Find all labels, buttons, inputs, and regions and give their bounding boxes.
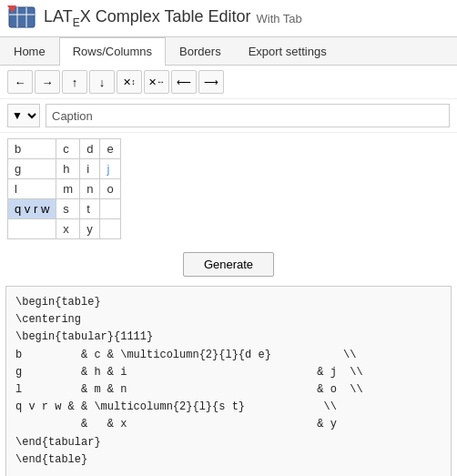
tab-home[interactable]: Home — [0, 37, 59, 65]
cell-0-0[interactable]: b — [8, 139, 56, 159]
cell-1-3[interactable]: j — [100, 159, 120, 179]
move-left-button[interactable]: ← — [7, 70, 33, 94]
cell-1-1[interactable]: h — [56, 159, 80, 179]
move-right-button[interactable]: → — [35, 70, 60, 94]
table-row: q v r w s t — [8, 199, 121, 219]
table-row: b c d e — [8, 139, 121, 159]
cell-0-3[interactable]: e — [100, 139, 120, 159]
cell-3-3[interactable] — [100, 199, 120, 219]
nav-tabs: Home Rows/Columns Borders Export setting… — [0, 37, 457, 66]
delete-col-button[interactable]: ✕↔ — [144, 70, 169, 94]
app-title-extra: With Tab — [256, 12, 301, 25]
move-up-button[interactable]: ↑ — [62, 70, 87, 94]
cell-0-2[interactable]: d — [80, 139, 100, 159]
merge-left-button[interactable]: ⟵ — [171, 70, 197, 94]
cell-2-0[interactable]: l — [8, 179, 56, 199]
move-down-button[interactable]: ↓ — [89, 70, 115, 94]
cell-3-2[interactable]: t — [80, 199, 100, 219]
output-area: \begin{table} \centering \begin{tabular}… — [5, 286, 452, 476]
app-logo-icon — [7, 5, 36, 31]
tab-borders[interactable]: Borders — [166, 37, 235, 65]
cell-3-0[interactable]: q v r w — [8, 199, 56, 219]
delete-row-button[interactable]: ✕↕ — [117, 70, 142, 94]
editor-table: b c d e g h i j l m n o q v r w s t — [7, 138, 121, 239]
cell-1-0[interactable]: g — [8, 159, 56, 179]
cell-4-0[interactable] — [8, 219, 56, 239]
tab-export-settings[interactable]: Export settings — [235, 37, 340, 65]
cell-0-1[interactable]: c — [56, 139, 80, 159]
toolbar: ← → ↑ ↓ ✕↕ ✕↔ ⟵ ⟶ — [0, 66, 457, 99]
caption-select[interactable]: ▼ — [7, 104, 40, 127]
output-text: \begin{table} \centering \begin{tabular}… — [15, 296, 363, 466]
cell-2-2[interactable]: n — [80, 179, 100, 199]
table-row: x y — [8, 219, 121, 239]
table-area: b c d e g h i j l m n o q v r w s t — [0, 133, 457, 245]
table-row: l m n o — [8, 179, 121, 199]
caption-row: ▼ — [0, 99, 457, 133]
generate-button[interactable]: Generate — [183, 252, 274, 277]
cell-3-1[interactable]: s — [56, 199, 80, 219]
generate-row: Generate — [0, 245, 457, 286]
app-header: LATEX Complex Table Editor With Tab — [0, 0, 457, 37]
cell-2-1[interactable]: m — [56, 179, 80, 199]
app-title: LATEX Complex Table Editor — [44, 7, 250, 29]
caption-input[interactable] — [46, 104, 450, 127]
cell-4-2[interactable]: y — [80, 219, 100, 239]
merge-right-button[interactable]: ⟶ — [198, 70, 224, 94]
tab-rows-columns[interactable]: Rows/Columns — [59, 37, 166, 66]
cell-1-2[interactable]: i — [80, 159, 100, 179]
cell-4-1[interactable]: x — [56, 219, 80, 239]
cell-2-3[interactable]: o — [100, 179, 120, 199]
table-row: g h i j — [8, 159, 121, 179]
cell-4-3[interactable] — [100, 219, 120, 239]
